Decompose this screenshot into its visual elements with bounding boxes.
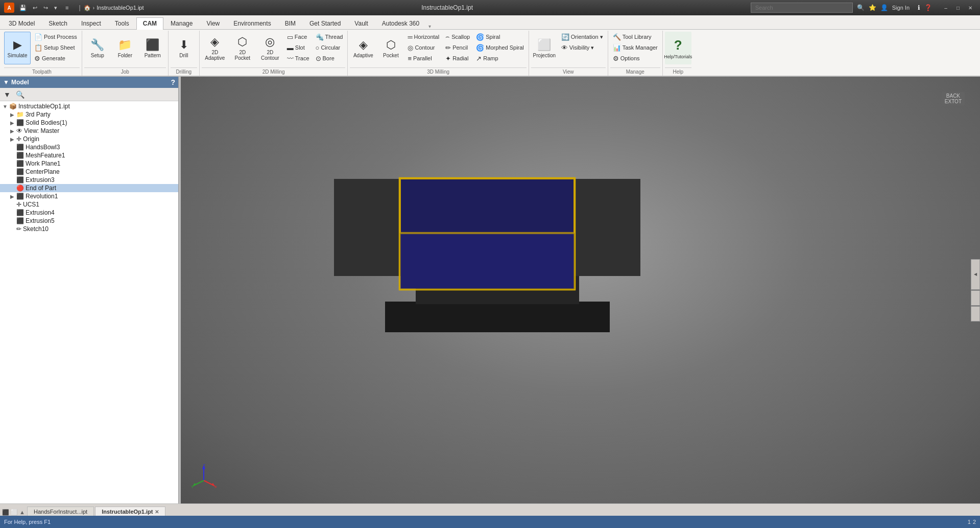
more-quick-access[interactable]: ▾: [52, 4, 59, 12]
setup-sheet-button[interactable]: 📋 Setup Sheet: [32, 42, 80, 53]
radial-button[interactable]: ✦ Radial: [443, 53, 472, 63]
tree-item-handsbowl3[interactable]: ⬛ HandsBowl3: [0, 143, 178, 151]
task-manager-button[interactable]: 📊 Task Manager: [610, 42, 660, 53]
search-input[interactable]: [751, 3, 853, 13]
expand-icon[interactable]: ▶: [8, 112, 16, 118]
tab-hands-for-instruct[interactable]: HandsForInstruct...ipt: [27, 507, 94, 516]
tree-item-revolution1[interactable]: ▶ ⬛ Revolution1: [0, 192, 178, 200]
tab-vault[interactable]: Vault: [348, 17, 374, 30]
projection-button[interactable]: ⬜ Projection: [531, 32, 558, 64]
face-button[interactable]: ▭ Face: [284, 32, 312, 42]
circular-button[interactable]: ○ Circular: [313, 42, 346, 53]
toolpath-buttons: ▶ Simulate 📄 Post Process 📋 Setup Sheet …: [4, 32, 80, 67]
filter-icon[interactable]: ▼: [2, 90, 12, 99]
bore-button[interactable]: ⊙ Bore: [313, 53, 346, 63]
2d-pocket-button[interactable]: ⬡ 2D Pocket: [229, 32, 256, 64]
tree-item-meshfeature1[interactable]: ⬛ MeshFeature1: [0, 151, 178, 159]
maximize-button[interactable]: □: [952, 3, 964, 12]
save-icon[interactable]: 💾: [17, 4, 29, 12]
expand-icon[interactable]: ▼: [1, 104, 9, 109]
tab-3d-model[interactable]: 3D Model: [2, 17, 41, 30]
tree-item-extrusion3[interactable]: ⬛ Extrusion3: [0, 176, 178, 184]
view-mini-btn-1[interactable]: ◀: [971, 259, 980, 290]
more-tabs-icon[interactable]: ▾: [428, 24, 431, 29]
tree-item-root[interactable]: ▼ 📦 InstructableOp1.ipt: [0, 102, 178, 110]
contour-button[interactable]: ◎ Contour: [405, 42, 442, 53]
scallop-button[interactable]: ⌢ Scallop: [443, 32, 472, 42]
view-mini-btn-3[interactable]: [971, 306, 980, 322]
parallel-button[interactable]: ≡ Parallel: [405, 53, 442, 63]
horizontal-button[interactable]: ═ Horizontal: [405, 32, 442, 42]
help-tutorials-button[interactable]: ? Help/Tutorials: [665, 32, 691, 64]
tree-item-extrusion5[interactable]: ⬛ Extrusion5: [0, 217, 178, 225]
expand-icon[interactable]: ▶: [8, 194, 16, 199]
panel-dropdown-icon[interactable]: ▼: [3, 79, 9, 86]
spiral-button[interactable]: 🌀 Spiral: [473, 32, 527, 42]
tree-item-end-of-part[interactable]: 🔴 End of Part: [0, 184, 178, 192]
visibility-button[interactable]: 👁 Visibility ▾: [559, 42, 606, 53]
tab-view[interactable]: View: [200, 17, 226, 30]
orientation-button[interactable]: 🔄 Orientation ▾: [559, 32, 606, 42]
tab-controls[interactable]: ⬛ ⬜ ▲: [2, 509, 25, 516]
app-menu-icon[interactable]: ≡: [63, 4, 70, 12]
setup-button[interactable]: 🔧 Setup: [84, 32, 111, 64]
view-mini-btn-2[interactable]: [971, 290, 980, 306]
adaptive-button[interactable]: ◈ Adaptive: [350, 32, 376, 64]
post-process-button[interactable]: 📄 Post Process: [32, 32, 80, 42]
pencil-button[interactable]: ✏ Pencil: [443, 42, 472, 53]
tab-get-started[interactable]: Get Started: [303, 17, 347, 30]
slot-button[interactable]: ▬ Slot: [284, 42, 312, 53]
expand-icon[interactable]: ▶: [8, 136, 16, 142]
2d-contour-button[interactable]: ◎ 2D Contour: [257, 32, 283, 64]
tree-item-sketch10[interactable]: ✏ Sketch10: [0, 225, 178, 233]
generate-button[interactable]: ⚙ Generate: [32, 53, 80, 63]
tree-item-ucs1[interactable]: ✛ UCS1: [0, 200, 178, 209]
ramp-button[interactable]: ↗ Ramp: [473, 53, 527, 63]
tree-item-solid-bodies[interactable]: ▶ ⬛ Solid Bodies(1): [0, 119, 178, 127]
tab-tools[interactable]: Tools: [108, 17, 136, 30]
window-controls: – □ ✕: [940, 3, 976, 12]
close-button[interactable]: ✕: [965, 3, 976, 12]
panel-help-icon[interactable]: ?: [171, 78, 175, 86]
tool-library-button[interactable]: 🔨 Tool Library: [610, 32, 660, 42]
2d-adaptive-button[interactable]: ◈ 2D Adaptive: [202, 32, 228, 64]
tree-item-centerplane[interactable]: ⬛ CenterPlane: [0, 168, 178, 176]
tree-item-view-master[interactable]: ▶ 👁 View: Master: [0, 127, 178, 135]
tab-environments[interactable]: Environments: [227, 17, 277, 30]
breadcrumb-item[interactable]: InstructableOp1.ipt: [97, 5, 144, 11]
options-button[interactable]: ⚙ Options: [610, 53, 660, 63]
tab-close-icon[interactable]: ✕: [155, 509, 159, 515]
viewport[interactable]: BACK EXTOT ◀ X Y Z: [181, 77, 980, 503]
pocket-button[interactable]: ⬡ Pocket: [377, 32, 404, 64]
tab-cam[interactable]: CAM: [136, 17, 163, 30]
search-tree-icon[interactable]: 🔍: [14, 90, 26, 99]
trace-button[interactable]: 〰 Trace: [284, 53, 312, 63]
undo-icon[interactable]: ↩: [31, 4, 39, 12]
tab-inspect[interactable]: Inspect: [75, 17, 108, 30]
tree-item-extrusion4[interactable]: ⬛ Extrusion4: [0, 209, 178, 217]
toolpath-group-label: Toolpath: [4, 67, 80, 75]
morphed-spiral-button[interactable]: 🌀 Morphed Spiral: [473, 42, 527, 53]
simulate-button[interactable]: ▶ Simulate: [4, 32, 31, 64]
thread-button[interactable]: 🔩 Thread: [313, 32, 346, 42]
tree-item-origin[interactable]: ▶ ✛ Origin: [0, 135, 178, 143]
minimize-button[interactable]: –: [940, 3, 951, 12]
expand-icon[interactable]: ▶: [8, 120, 16, 126]
post-process-icon: 📄: [34, 33, 42, 41]
tab-bim[interactable]: BIM: [278, 17, 302, 30]
parallel-icon: ≡: [408, 55, 412, 62]
tab-sketch[interactable]: Sketch: [42, 17, 74, 30]
drill-button[interactable]: ⬇ Drill: [171, 32, 197, 64]
ucs-icon: ✛: [16, 201, 21, 208]
panel-tree[interactable]: ▼ 📦 InstructableOp1.ipt ▶ 📁 3rd Party ▶ …: [0, 101, 178, 503]
tab-manage[interactable]: Manage: [164, 17, 199, 30]
tree-item-3rd-party[interactable]: ▶ 📁 3rd Party: [0, 110, 178, 119]
tab-instructable-op1[interactable]: InstructableOp1.ipt ✕: [95, 507, 165, 516]
expand-icon[interactable]: ▶: [8, 128, 16, 134]
redo-icon[interactable]: ↪: [41, 4, 50, 12]
folder-button[interactable]: 📁 Folder: [112, 32, 138, 64]
tab-autodesk-360[interactable]: Autodesk 360: [375, 17, 426, 30]
sign-in-button[interactable]: Sign In: [892, 5, 910, 11]
pattern-button[interactable]: ⬛ Pattern: [139, 32, 166, 64]
tree-item-workplane1[interactable]: ⬛ Work Plane1: [0, 159, 178, 168]
